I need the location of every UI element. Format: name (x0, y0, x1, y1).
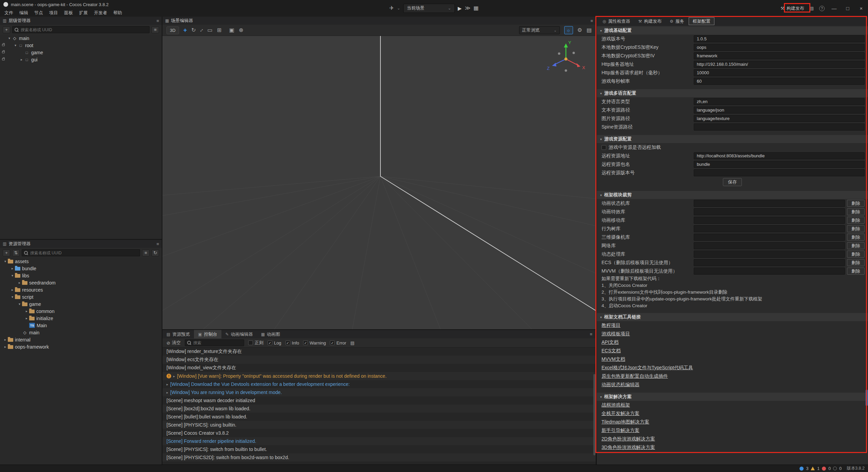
delete-button[interactable]: 删除 (847, 251, 865, 258)
console-tab[interactable]: ▦动画图 (257, 330, 284, 338)
sort-icon[interactable]: ⇅ (12, 250, 20, 256)
tree-collapse-icon[interactable]: ▾ (10, 295, 15, 299)
pivot-toggle-icon[interactable]: ▣ (229, 27, 234, 33)
inspector-tab[interactable]: 框架配置 (689, 17, 714, 25)
doc-link[interactable]: 2D角色扮演游戏解决方案 (597, 435, 868, 443)
asset-row[interactable]: ▾libs (0, 272, 162, 279)
menu-item[interactable]: 文件 (1, 9, 16, 16)
console-search-box[interactable] (185, 339, 244, 346)
config-text-input[interactable] (694, 169, 865, 176)
console-log-row[interactable]: [Scene] [PHYSICS]: using builtin. (162, 421, 596, 429)
axis-gizmo[interactable]: Y X Z (544, 39, 591, 80)
console-tab[interactable]: ▤资源预览 (162, 330, 194, 338)
panel-menu-icon[interactable]: ≡ (156, 18, 159, 23)
panel-menu-icon[interactable]: ≡ (590, 330, 596, 338)
section-header[interactable]: ▾框架文档工具链接 (597, 313, 868, 321)
view-mode-select[interactable]: 正常浏览 ⌄ (519, 26, 560, 34)
config-text-input[interactable]: http://192.168.0.150/main/ (694, 61, 865, 68)
console-log-row[interactable]: ▸[Window] You are running Vue in develop… (162, 388, 596, 396)
inspector-scrollbar[interactable] (866, 390, 868, 406)
delete-button[interactable]: 删除 (847, 208, 865, 215)
tree-expand-icon[interactable]: ▸ (24, 316, 29, 320)
rotate-tool-icon[interactable]: ↻ (191, 27, 196, 33)
module-input[interactable] (694, 217, 845, 224)
regex-toggle[interactable]: 正则 (248, 340, 263, 346)
add-node-button[interactable]: + (3, 26, 10, 33)
error-count-icon[interactable] (822, 467, 826, 471)
tree-expand-icon[interactable]: ▸ (3, 345, 8, 349)
tree-collapse-icon[interactable]: ▾ (13, 43, 18, 47)
asset-row[interactable]: ▸seedrandom (0, 279, 162, 286)
asset-row[interactable]: ▸bundle (0, 265, 162, 272)
preview-dropdown-icon[interactable]: ⌄ (397, 6, 400, 11)
panel-menu-icon[interactable]: ≡ (590, 18, 593, 23)
module-input[interactable] (694, 234, 845, 241)
console-log-row[interactable]: [Scene] Cocos Creator v3.8.2 (162, 429, 596, 437)
doc-link[interactable]: Excel格式转Json文件与TypeScript代码工具 (597, 363, 868, 372)
maximize-button[interactable]: □ (844, 5, 852, 11)
tree-expand-icon[interactable]: ▸ (24, 309, 29, 313)
console-search-input[interactable] (193, 340, 242, 345)
console-log-row[interactable]: [Window] render_texture文件夹存在 (162, 348, 596, 356)
doc-link[interactable]: 3D角色扮演游戏解决方案 (597, 443, 868, 452)
doc-link[interactable]: ECS文档 (597, 347, 868, 355)
add-asset-button[interactable]: + (3, 250, 10, 256)
config-text-input[interactable]: bundle (694, 161, 865, 168)
module-input[interactable] (694, 268, 845, 275)
config-text-input[interactable]: language/json (694, 106, 865, 114)
rect-tool-icon[interactable]: ▭ (208, 27, 213, 33)
delete-button[interactable]: 删除 (847, 225, 865, 232)
build-publish-button[interactable]: ⚒ 构建发布 (781, 5, 804, 12)
console-scrollbar[interactable] (593, 374, 595, 455)
asset-row[interactable]: ▸internal (0, 336, 162, 343)
module-input[interactable] (694, 200, 845, 207)
help-icon[interactable]: ? (819, 6, 825, 11)
console-log-row[interactable]: [Scene] meshopt wasm decoder initialized (162, 396, 596, 405)
play-button[interactable]: ▶ (458, 6, 462, 11)
tree-collapse-icon[interactable]: ▾ (3, 259, 8, 263)
tree-expand-icon[interactable]: ▸ (19, 58, 24, 61)
hierarchy-node-row[interactable]: ▾□root (0, 42, 162, 49)
hierarchy-search-box[interactable] (12, 26, 150, 33)
config-text-input[interactable]: 10000 (694, 69, 865, 76)
coordinate-toggle-icon[interactable]: ⊕ (239, 27, 243, 33)
console-tab[interactable]: ▣控制台 (194, 330, 221, 338)
console-log-row[interactable]: [Window] model_view文件夹存在 (162, 364, 596, 372)
info-count-icon[interactable] (800, 467, 804, 471)
config-text-input[interactable]: zh,en (694, 98, 865, 105)
remote-load-checkbox[interactable] (601, 145, 606, 150)
inspector-tab[interactable]: ◎属性检查器 (599, 17, 634, 25)
filter-icon[interactable]: ≡ (142, 250, 150, 256)
asset-row[interactable]: ▾game (0, 300, 162, 308)
section-header[interactable]: ▾框架解决方案 (597, 393, 868, 401)
save-button[interactable]: 保存 (723, 178, 742, 186)
console-log-row[interactable]: [Scene] [PHYSICS2D]: switch from box2d-w… (162, 453, 596, 461)
hierarchy-search-input[interactable] (21, 27, 147, 32)
step-button[interactable]: ≫ (465, 5, 471, 11)
delete-button[interactable]: 删除 (847, 268, 865, 275)
close-button[interactable]: × (857, 5, 865, 11)
doc-link[interactable]: 游戏模板项目 (597, 330, 868, 338)
expand-icon[interactable]: ▸ (166, 382, 168, 386)
menu-item[interactable]: 帮助 (110, 9, 125, 16)
panel-menu-icon[interactable]: ≡ (156, 241, 159, 247)
module-input[interactable] (694, 225, 845, 232)
inspector-tab[interactable]: ⚙服务 (666, 17, 688, 25)
notification-icon[interactable] (833, 467, 837, 470)
console-log-row[interactable]: [Scene] [box2d]:box2d wasm lib loaded. (162, 405, 596, 413)
doc-link[interactable]: 动画状态机编辑器 (597, 380, 868, 389)
menu-item[interactable]: 节点 (31, 9, 46, 16)
asset-row[interactable]: ▾script (0, 293, 162, 300)
config-text-input[interactable]: oops (694, 44, 865, 51)
section-header[interactable]: ▾游戏基础配置 (597, 26, 868, 35)
delete-button[interactable]: 删除 (847, 259, 865, 266)
scene-gear-icon[interactable]: ⚙ (577, 27, 582, 33)
console-log-row[interactable]: ▸[Window] Download the Vue Devtools exte… (162, 380, 596, 388)
tree-collapse-icon[interactable]: ▾ (7, 36, 12, 40)
assets-search-input[interactable] (30, 251, 138, 255)
3d-mode-toggle[interactable]: 3D (166, 26, 179, 34)
asset-row[interactable]: TSMain (0, 322, 162, 329)
asset-row[interactable]: ▸resources (0, 286, 162, 293)
asset-row[interactable]: ▸initialize (0, 315, 162, 322)
asset-row[interactable]: ▸oops-framework (0, 343, 162, 350)
